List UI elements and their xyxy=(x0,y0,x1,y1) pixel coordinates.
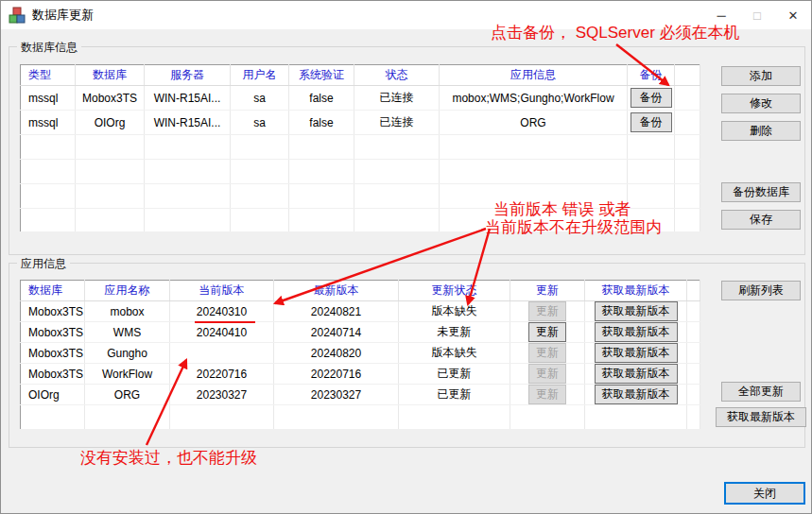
delete-button[interactable]: 删除 xyxy=(721,121,801,141)
maximize-icon[interactable]: □ xyxy=(739,1,775,29)
update-row-button[interactable]: 更新 xyxy=(528,385,566,404)
cell-appname: WMS xyxy=(85,322,170,343)
cell-current-version: 20240310 xyxy=(170,301,274,322)
cell-update-status: 已更新 xyxy=(399,385,510,405)
get-latest-row-button[interactable]: 获取最新版本 xyxy=(595,343,678,363)
annotation-version-note-line2: 当前版本不在升级范围内 xyxy=(485,216,662,238)
table-row[interactable]: mssql Mobox3TS WIN-R15AI... sa false 已连接… xyxy=(21,86,700,111)
col-header-appname[interactable]: 应用名称 xyxy=(85,281,170,301)
dialog-database-update: 数据库更新 ─ □ ✕ 数据库信息 类型 数据库 服务器 用户名 系统验证 状态… xyxy=(0,0,812,514)
col-header-sysauth[interactable]: 系统验证 xyxy=(289,65,354,86)
backup-row-button[interactable]: 备份 xyxy=(631,88,672,108)
col-header-username[interactable]: 用户名 xyxy=(231,65,289,86)
database-table-header-row: 类型 数据库 服务器 用户名 系统验证 状态 应用信息 备份 xyxy=(21,65,700,86)
groupbox-app-info-label: 应用信息 xyxy=(17,256,70,272)
get-latest-row-button[interactable]: 获取最新版本 xyxy=(595,301,678,321)
cell-latest-version: 20240820 xyxy=(274,343,399,364)
table-row-empty xyxy=(21,135,700,160)
table-row[interactable]: mssql OIOrg WIN-R15AI... sa false 已连接 OR… xyxy=(21,111,700,135)
col-header-backup[interactable]: 备份 xyxy=(628,65,675,86)
window-title: 数据库更新 xyxy=(32,7,94,24)
cell-database: Mobox3TS xyxy=(21,322,85,343)
app-cubes-icon xyxy=(9,7,26,24)
cell-appinfo: ORG xyxy=(440,111,628,135)
cell-appname: WorkFlow xyxy=(85,364,170,385)
update-row-button[interactable]: 更新 xyxy=(528,343,566,363)
table-row[interactable]: OIOrg ORG 20230327 20230327 已更新 更新 获取最新版… xyxy=(21,385,700,405)
col-header-update[interactable]: 更新 xyxy=(510,281,585,301)
cell-current-version: 20240410 xyxy=(170,322,274,343)
application-table-header-row: 数据库 应用名称 当前版本 最新版本 更新状态 更新 获取最新版本 xyxy=(21,281,700,301)
col-header-server[interactable]: 服务器 xyxy=(145,65,231,86)
save-button[interactable]: 保存 xyxy=(721,210,801,230)
get-latest-row-button[interactable]: 获取最新版本 xyxy=(595,364,678,384)
cell-current-version: 20220716 xyxy=(170,364,274,385)
refresh-list-button[interactable]: 刷新列表 xyxy=(721,281,801,300)
cell-latest-version: 20240714 xyxy=(274,322,399,343)
cell-update-status: 版本缺失 xyxy=(399,343,510,364)
cell-update-status: 未更新 xyxy=(399,322,510,343)
cell-database: Mobox3TS xyxy=(21,343,85,364)
cell-current-version: 20230327 xyxy=(170,385,274,405)
table-row[interactable]: Mobox3TS mobox 20240310 20240821 版本缺失 更新… xyxy=(21,301,700,322)
table-row[interactable]: Mobox3TS WorkFlow 20220716 20220716 已更新 … xyxy=(21,364,700,385)
backup-row-button[interactable]: 备份 xyxy=(631,112,672,132)
close-dialog-button[interactable]: 关闭 xyxy=(724,482,805,505)
col-header-update-status[interactable]: 更新状态 xyxy=(399,281,510,301)
cell-username: sa xyxy=(231,86,289,111)
cell-database: OIOrg xyxy=(21,385,85,405)
cell-appname: Gungho xyxy=(85,343,170,364)
table-row-empty xyxy=(21,160,700,184)
col-header-type[interactable]: 类型 xyxy=(21,65,76,86)
get-latest-row-button[interactable]: 获取最新版本 xyxy=(595,385,678,404)
add-button[interactable]: 添加 xyxy=(721,66,801,86)
update-all-button[interactable]: 全部更新 xyxy=(721,382,801,402)
annotation-underline xyxy=(195,321,255,323)
update-row-button[interactable]: 更新 xyxy=(528,364,566,384)
col-header-latest-version[interactable]: 最新版本 xyxy=(274,281,399,301)
cell-type: mssql xyxy=(21,111,76,135)
cell-latest-version: 20240821 xyxy=(274,301,399,322)
backup-database-button[interactable]: 备份数据库 xyxy=(721,182,801,202)
cell-status: 已连接 xyxy=(354,111,440,135)
cell-database: Mobox3TS xyxy=(21,301,85,322)
update-row-button[interactable]: 更新 xyxy=(528,322,566,342)
cell-database: Mobox3TS xyxy=(76,86,145,111)
cell-appname: mobox xyxy=(85,301,170,322)
annotation-backup-note: 点击备份， SQLServer 必须在本机 xyxy=(491,22,740,43)
col-header-status[interactable]: 状态 xyxy=(354,65,440,86)
annotation-install-note: 没有安装过，也不能升级 xyxy=(80,447,257,469)
table-row[interactable]: Mobox3TS WMS 20240410 20240714 未更新 更新 获取… xyxy=(21,322,700,343)
get-latest-version-button[interactable]: 获取最新版本 xyxy=(716,407,806,427)
table-row[interactable]: Mobox3TS Gungho 20240820 版本缺失 更新 获取最新版本 xyxy=(21,343,700,364)
cell-database: Mobox3TS xyxy=(21,364,85,385)
cell-username: sa xyxy=(231,111,289,135)
cell-sysauth: false xyxy=(289,111,354,135)
modify-button[interactable]: 修改 xyxy=(721,94,801,113)
cell-server: WIN-R15AI... xyxy=(145,111,231,135)
cell-server: WIN-R15AI... xyxy=(145,86,231,111)
cell-latest-version: 20220716 xyxy=(274,364,399,385)
cell-type: mssql xyxy=(21,86,76,111)
col-header-database[interactable]: 数据库 xyxy=(21,281,85,301)
cell-appname: ORG xyxy=(85,385,170,405)
col-header-get-latest[interactable]: 获取最新版本 xyxy=(585,281,687,301)
col-header-database[interactable]: 数据库 xyxy=(76,65,145,86)
cell-update-status: 已更新 xyxy=(399,364,510,385)
get-latest-row-button[interactable]: 获取最新版本 xyxy=(595,322,678,342)
table-row-empty xyxy=(21,405,700,430)
cell-sysauth: false xyxy=(289,86,354,111)
col-header-appinfo[interactable]: 应用信息 xyxy=(440,65,628,86)
update-row-button[interactable]: 更新 xyxy=(528,301,566,321)
cell-latest-version: 20230327 xyxy=(274,385,399,405)
col-header-current-version[interactable]: 当前版本 xyxy=(170,281,274,301)
groupbox-database-info-label: 数据库信息 xyxy=(17,40,81,56)
application-table: 数据库 应用名称 当前版本 最新版本 更新状态 更新 获取最新版本 Mobox3… xyxy=(20,280,700,430)
close-icon[interactable]: ✕ xyxy=(775,1,811,29)
cell-database: OIOrg xyxy=(76,111,145,135)
cell-current-version xyxy=(170,343,274,364)
cell-appinfo: mobox;WMS;Gungho;WorkFlow xyxy=(440,86,628,111)
cell-status: 已连接 xyxy=(354,86,440,111)
cell-update-status: 版本缺失 xyxy=(399,301,510,322)
